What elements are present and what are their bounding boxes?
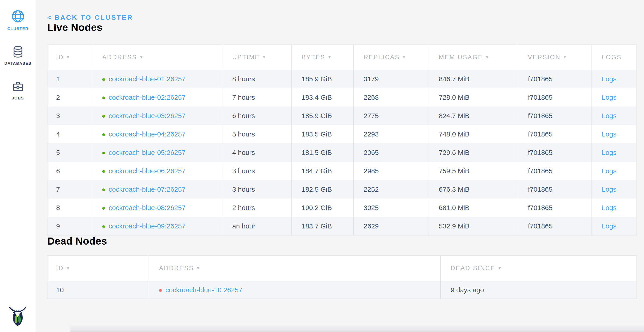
node-address-link[interactable]: cockroach-blue-01:26257 <box>108 75 186 83</box>
cell-bytes: 185.9 GiB <box>292 106 354 125</box>
node-address-link[interactable]: cockroach-blue-08:26257 <box>108 204 186 211</box>
column-label: ADDRESS <box>102 54 137 61</box>
logs-link[interactable]: Logs <box>602 130 616 138</box>
globe-icon <box>11 9 25 24</box>
live-status-dot-icon <box>102 133 105 136</box>
cell-dead_since: 9 days ago <box>440 281 636 299</box>
column-header-dead_since[interactable]: DEAD SINCE▾ <box>440 256 636 281</box>
sort-arrow-icon: ▾ <box>403 55 405 59</box>
cell-logs: Logs <box>592 180 636 198</box>
column-label: ADDRESS <box>159 265 194 272</box>
database-icon <box>11 45 24 58</box>
cell-replicas: 2293 <box>354 125 429 143</box>
cell-address: cockroach-blue-08:26257 <box>92 198 222 217</box>
live-status-dot-icon <box>102 225 105 228</box>
logs-link[interactable]: Logs <box>602 75 616 83</box>
cell-logs: Logs <box>592 106 636 125</box>
cell-replicas: 2629 <box>354 217 429 236</box>
column-label: VERSION <box>528 54 560 61</box>
node-address-link[interactable]: cockroach-blue-04:26257 <box>108 130 186 138</box>
cell-id: 5 <box>48 143 92 162</box>
sidebar-item-label: CLUSTER <box>8 26 29 31</box>
sidebar-item-databases[interactable]: DATABASES <box>4 45 31 66</box>
cell-uptime: 6 hours <box>222 106 292 125</box>
cell-uptime: 3 hours <box>222 180 292 198</box>
cell-mem_usage: 728.0 MiB <box>429 88 518 106</box>
logs-link[interactable]: Logs <box>602 167 616 175</box>
cell-logs: Logs <box>592 125 636 143</box>
column-label: LOGS <box>602 54 622 61</box>
column-header-version[interactable]: VERSION▾ <box>518 45 592 70</box>
logs-link[interactable]: Logs <box>602 186 616 193</box>
cell-bytes: 183.7 GiB <box>292 217 354 236</box>
cell-id: 3 <box>48 106 92 125</box>
sort-arrow-icon: ▾ <box>67 266 69 271</box>
sidebar-item-jobs[interactable]: JOBS <box>11 80 24 101</box>
live-node-row: 9cockroach-blue-09:26257an hour183.7 GiB… <box>48 217 636 236</box>
live-nodes-title: Live Nodes <box>47 22 644 33</box>
cell-replicas: 2775 <box>354 106 429 125</box>
sort-arrow-icon: ▾ <box>498 266 501 271</box>
live-node-row: 1cockroach-blue-01:262578 hours185.9 GiB… <box>48 70 636 88</box>
cell-address: cockroach-blue-07:26257 <box>92 180 222 198</box>
node-address-link[interactable]: cockroach-blue-07:26257 <box>108 186 186 193</box>
cell-replicas: 2065 <box>354 143 429 162</box>
cell-mem_usage: 759.5 MiB <box>429 162 518 180</box>
cell-mem_usage: 676.3 MiB <box>429 180 518 198</box>
cell-address: cockroach-blue-04:26257 <box>92 125 222 143</box>
live-node-row: 6cockroach-blue-06:262573 hours184.7 GiB… <box>48 162 636 180</box>
logs-link[interactable]: Logs <box>602 204 616 211</box>
node-address-link[interactable]: cockroach-blue-02:26257 <box>108 94 186 101</box>
cell-logs: Logs <box>592 198 636 217</box>
column-header-id[interactable]: ID▾ <box>48 45 92 70</box>
column-header-address[interactable]: ADDRESS▾ <box>149 256 440 281</box>
live-node-row: 7cockroach-blue-07:262573 hours182.5 GiB… <box>48 180 636 198</box>
column-header-bytes[interactable]: BYTES▾ <box>292 45 354 70</box>
cell-mem_usage: 729.6 MiB <box>429 143 518 162</box>
live-node-row: 3cockroach-blue-03:262576 hours185.9 GiB… <box>48 106 636 125</box>
back-link-label: BACK TO CLUSTER <box>54 14 133 21</box>
cell-id: 4 <box>48 125 92 143</box>
logs-link[interactable]: Logs <box>602 222 616 230</box>
column-header-id[interactable]: ID▾ <box>48 256 149 281</box>
cell-uptime: 2 hours <box>222 198 292 217</box>
sort-arrow-icon: ▾ <box>564 55 566 59</box>
cell-uptime: 3 hours <box>222 162 292 180</box>
column-header-replicas[interactable]: REPLICAS▾ <box>354 45 429 70</box>
cell-replicas: 3179 <box>354 70 429 88</box>
cell-version: f701865 <box>518 125 592 143</box>
logs-link[interactable]: Logs <box>602 149 616 156</box>
cell-replicas: 2252 <box>354 180 429 198</box>
sidebar-item-label: DATABASES <box>4 61 31 66</box>
cell-id: 7 <box>48 180 92 198</box>
column-header-address[interactable]: ADDRESS▾ <box>92 45 222 70</box>
main-content: <BACK TO CLUSTER Live Nodes ID▾ADDRESS▾U… <box>36 0 644 332</box>
column-label: DEAD SINCE <box>450 265 496 272</box>
node-address-link[interactable]: cockroach-blue-09:26257 <box>108 222 186 230</box>
logs-link[interactable]: Logs <box>602 112 616 119</box>
column-header-uptime[interactable]: UPTIME▾ <box>222 45 292 70</box>
sidebar-item-label: JOBS <box>12 96 24 101</box>
column-header-mem_usage[interactable]: MEM USAGE▾ <box>429 45 518 70</box>
column-label: ID <box>56 265 64 272</box>
node-address-link[interactable]: cockroach-blue-10:26257 <box>166 286 242 294</box>
live-node-row: 8cockroach-blue-08:262572 hours190.2 GiB… <box>48 198 636 217</box>
cell-address: cockroach-blue-09:26257 <box>92 217 222 236</box>
header-row: ID▾ADDRESS▾DEAD SINCE▾ <box>48 256 636 281</box>
node-address-link[interactable]: cockroach-blue-03:26257 <box>108 112 186 119</box>
node-address-link[interactable]: cockroach-blue-05:26257 <box>108 149 186 156</box>
back-to-cluster-link[interactable]: <BACK TO CLUSTER <box>47 13 133 22</box>
live-node-row: 4cockroach-blue-04:262575 hours183.5 GiB… <box>48 125 636 143</box>
sort-arrow-icon: ▾ <box>486 55 488 59</box>
cell-mem_usage: 532.9 MiB <box>429 217 518 236</box>
live-status-dot-icon <box>102 170 105 173</box>
header-row: ID▾ADDRESS▾UPTIME▾BYTES▾REPLICAS▾MEM USA… <box>48 45 636 70</box>
column-label: BYTES <box>302 54 326 61</box>
sidebar-item-cluster[interactable]: CLUSTER <box>8 9 29 31</box>
node-address-link[interactable]: cockroach-blue-06:26257 <box>108 167 186 175</box>
logs-link[interactable]: Logs <box>602 94 616 101</box>
cell-address: cockroach-blue-10:26257 <box>149 281 440 299</box>
cell-version: f701865 <box>518 180 592 198</box>
column-label: ID <box>56 54 64 61</box>
cell-bytes: 182.5 GiB <box>292 180 354 198</box>
